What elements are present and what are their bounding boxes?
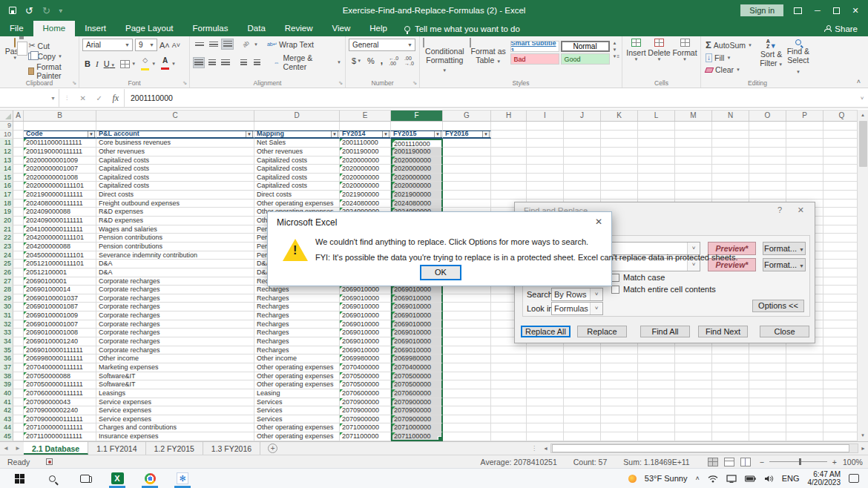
cell-C39[interactable]: Software&IT bbox=[96, 380, 254, 389]
customize-qat-icon[interactable]: ▿ bbox=[59, 6, 62, 16]
cell-O35[interactable] bbox=[749, 346, 786, 355]
start-button[interactable] bbox=[10, 469, 28, 487]
cell-H38[interactable] bbox=[491, 372, 527, 381]
cell-G11[interactable] bbox=[443, 139, 491, 148]
cell-H35[interactable] bbox=[491, 346, 527, 355]
cell-B31[interactable]: 20690100001009 bbox=[24, 311, 96, 320]
cell-B9[interactable] bbox=[24, 122, 96, 131]
row-header-22[interactable]: 22 bbox=[0, 234, 13, 243]
cell-E29[interactable]: 2069010000 bbox=[340, 294, 391, 303]
cell-Q34[interactable] bbox=[823, 337, 857, 346]
cut-button[interactable]: ✂Cut bbox=[27, 40, 76, 51]
cell-H41[interactable] bbox=[491, 398, 527, 407]
cell-E12[interactable]: 2001190000 bbox=[340, 148, 391, 156]
cell-Q33[interactable] bbox=[823, 329, 857, 337]
cell-K42[interactable] bbox=[601, 406, 638, 415]
cell-C23[interactable]: Pension contributions bbox=[96, 243, 254, 251]
replace-format-button[interactable]: Format... ▼ bbox=[763, 258, 806, 271]
row-header-31[interactable]: 31 bbox=[0, 311, 13, 320]
scroll-right-icon[interactable]: ► bbox=[858, 446, 868, 451]
cell-P39[interactable] bbox=[786, 380, 823, 389]
show-hidden-icons-icon[interactable]: ˄ bbox=[695, 475, 699, 482]
cell-B32[interactable]: 20690100001007 bbox=[24, 320, 96, 329]
horizontal-scroll-thumb[interactable] bbox=[552, 444, 849, 452]
cell-L12[interactable] bbox=[638, 148, 675, 156]
cell-J12[interactable] bbox=[564, 148, 601, 156]
collapse-ribbon-icon[interactable]: ˄ bbox=[857, 78, 861, 85]
taskbar-clock[interactable]: 6:47 AM 4/20/2023 bbox=[808, 470, 841, 487]
cell-F29[interactable]: 2069010000 bbox=[391, 294, 443, 303]
cell-O15[interactable] bbox=[749, 174, 786, 182]
row-header-15[interactable]: 15 bbox=[0, 174, 13, 182]
cell-A10[interactable] bbox=[13, 131, 24, 139]
cell-D34[interactable]: Recharges bbox=[254, 337, 340, 346]
cell-Q10[interactable] bbox=[823, 131, 857, 139]
cell-E34[interactable]: 2069010000 bbox=[340, 337, 391, 346]
cell-L10[interactable] bbox=[638, 131, 675, 139]
cell-A18[interactable] bbox=[13, 200, 24, 208]
cell-P40[interactable] bbox=[786, 389, 823, 398]
sort-filter-button[interactable]: AZ▼ Sort & Filter ▼ bbox=[758, 39, 785, 76]
cell-D10[interactable]: Mapping▼ bbox=[254, 131, 340, 139]
cell-F36[interactable]: 2069980000 bbox=[391, 355, 443, 363]
cell-F18[interactable]: 2024080000 bbox=[391, 200, 443, 208]
tab-insert[interactable]: Insert bbox=[75, 21, 116, 36]
cell-F41[interactable]: 2070900000 bbox=[391, 398, 443, 407]
row-header-23[interactable]: 23 bbox=[0, 243, 13, 251]
cell-N40[interactable] bbox=[712, 389, 749, 398]
cell-Q38[interactable] bbox=[823, 372, 857, 381]
cell-D30[interactable]: Recharges bbox=[254, 303, 340, 311]
cell-G28[interactable] bbox=[443, 286, 491, 294]
cell-Q11[interactable] bbox=[823, 139, 857, 148]
decrease-indent-icon[interactable] bbox=[237, 57, 249, 68]
cell-L43[interactable] bbox=[638, 415, 675, 424]
cell-H36[interactable] bbox=[491, 355, 527, 363]
cell-E10[interactable]: FY2014▼ bbox=[340, 131, 391, 139]
language-indicator[interactable]: ENG bbox=[782, 474, 800, 483]
tab-file[interactable]: File bbox=[0, 21, 33, 36]
cell-B42[interactable]: 20709000002240 bbox=[24, 406, 96, 415]
cell-N35[interactable] bbox=[712, 346, 749, 355]
cell-D16[interactable]: Capitalized costs bbox=[254, 182, 340, 191]
cell-O17[interactable] bbox=[749, 191, 786, 200]
task-view-button[interactable] bbox=[76, 469, 93, 487]
cell-Q44[interactable] bbox=[823, 423, 857, 432]
cell-M44[interactable] bbox=[675, 423, 712, 432]
sign-in-button[interactable]: Sign in bbox=[740, 4, 783, 16]
cell-A33[interactable] bbox=[13, 329, 24, 337]
cell-F33[interactable]: 2069010000 bbox=[391, 329, 443, 337]
row-header-43[interactable]: 43 bbox=[0, 415, 13, 424]
cell-M43[interactable] bbox=[675, 415, 712, 424]
cell-A36[interactable] bbox=[13, 355, 24, 363]
row-header-30[interactable]: 30 bbox=[0, 303, 13, 311]
sheet-nav-left-icon[interactable]: ◄ bbox=[0, 442, 12, 455]
cell-L45[interactable] bbox=[638, 432, 675, 441]
row-header-20[interactable]: 20 bbox=[0, 217, 13, 225]
speaker-icon[interactable] bbox=[764, 475, 774, 483]
cell-A41[interactable] bbox=[13, 398, 24, 407]
middle-align-icon[interactable] bbox=[207, 39, 220, 50]
row-header-45[interactable]: 45 bbox=[0, 432, 13, 441]
cell-A21[interactable] bbox=[13, 225, 24, 234]
cell-N12[interactable] bbox=[712, 148, 749, 156]
cell-C37[interactable]: Marketing expenses bbox=[96, 363, 254, 372]
cell-F43[interactable]: 2070900000 bbox=[391, 415, 443, 424]
cell-P45[interactable] bbox=[786, 432, 823, 441]
cell-P37[interactable] bbox=[786, 363, 823, 372]
row-header-26[interactable]: 26 bbox=[0, 268, 13, 277]
sheet-tab-2-1-database[interactable]: 2.1 Database bbox=[24, 442, 88, 455]
cell-B27[interactable]: 20690100001 bbox=[24, 277, 96, 286]
cell-O11[interactable] bbox=[749, 139, 786, 148]
cell-B33[interactable]: 20690100001008 bbox=[24, 329, 96, 337]
cell-B34[interactable]: 20690100001240 bbox=[24, 337, 96, 346]
cell-P35[interactable] bbox=[786, 346, 823, 355]
cell-G10[interactable]: FY2016▼ bbox=[443, 131, 491, 139]
cell-H42[interactable] bbox=[491, 406, 527, 415]
cell-D36[interactable]: Other income bbox=[254, 355, 340, 363]
share-button[interactable]: Share bbox=[824, 21, 868, 36]
cell-E18[interactable]: 2024080000 bbox=[340, 200, 391, 208]
cell-M37[interactable] bbox=[675, 363, 712, 372]
cell-K14[interactable] bbox=[601, 165, 638, 174]
cell-L41[interactable] bbox=[638, 398, 675, 407]
underline-icon[interactable]: U ▼ bbox=[104, 59, 116, 68]
